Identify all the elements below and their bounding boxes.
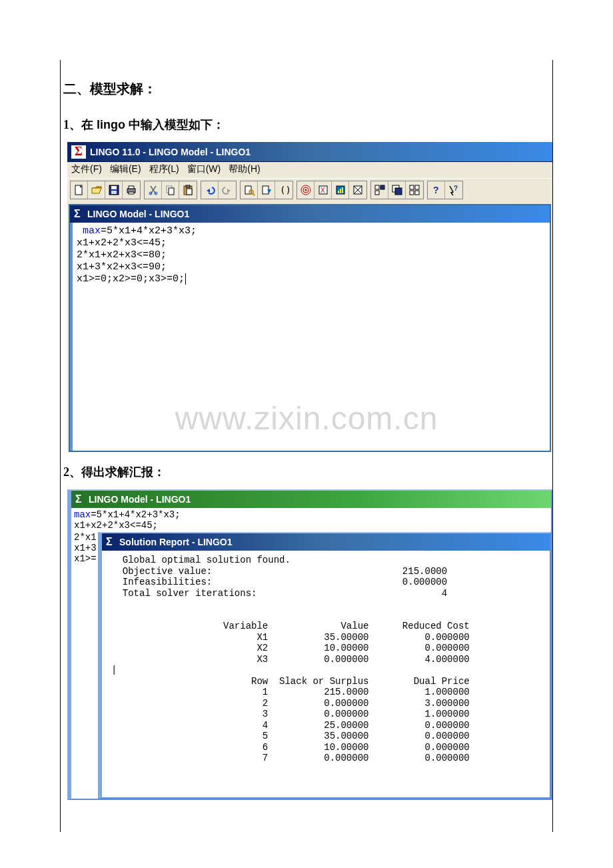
lingo-logo-icon: Σ xyxy=(106,536,119,548)
paste-button[interactable] xyxy=(179,181,197,199)
model-editor-title: LINGO Model - LINGO1 xyxy=(87,209,189,219)
picture-button[interactable] xyxy=(349,181,366,199)
svg-rect-3 xyxy=(111,186,117,189)
solution-report-window: Σ Solution Report - LINGO1 Global optima… xyxy=(98,532,551,799)
svg-rect-43 xyxy=(415,191,419,195)
solve-button[interactable] xyxy=(297,181,314,199)
open-button[interactable] xyxy=(88,181,105,199)
svg-point-25 xyxy=(305,189,306,191)
cut-button[interactable] xyxy=(145,181,162,199)
toolbar: () X ? ? xyxy=(67,178,552,203)
code-line-2: x1+x2+2*x3<=45; xyxy=(77,237,167,249)
solution-title: Solution Report - LINGO1 xyxy=(119,537,233,547)
cascade-button[interactable] xyxy=(388,181,406,199)
code-line-5: x1>=0;x2>=0;x3>=0; xyxy=(77,273,185,285)
lingo-logo-icon: Σ xyxy=(71,145,86,159)
solution-titlebar: Σ Solution Report - LINGO1 xyxy=(102,533,550,551)
help-button[interactable]: ? xyxy=(428,181,445,199)
code-line-1b: =5*x1+4*x2+3*x3; xyxy=(101,225,197,237)
editor-blank-area[interactable] xyxy=(70,292,550,451)
solution-button[interactable]: X xyxy=(314,181,332,199)
close-all-button[interactable] xyxy=(406,181,423,199)
svg-rect-35 xyxy=(375,185,379,189)
solution-report-body[interactable]: Global optimal solution found. Objective… xyxy=(102,551,550,797)
subheading-2-num: 2 xyxy=(63,465,69,479)
save-button[interactable] xyxy=(105,181,123,199)
subheading-1-text: 、在 lingo 中输入模型如下： xyxy=(69,118,225,131)
find-button[interactable] xyxy=(241,181,258,199)
menu-file[interactable]: 文件(F) xyxy=(71,163,102,175)
menu-lingo[interactable]: 程序(L) xyxy=(149,163,179,175)
svg-rect-36 xyxy=(380,185,384,189)
svg-rect-11 xyxy=(169,188,174,195)
svg-rect-30 xyxy=(340,189,341,193)
menu-help[interactable]: 帮助(H) xyxy=(229,163,260,175)
svg-rect-7 xyxy=(129,192,134,194)
model-editor-titlebar: Σ LINGO Model - LINGO1 xyxy=(70,205,550,223)
code-line-4: x1+3*x2+x3<=90; xyxy=(77,261,167,273)
new-button[interactable] xyxy=(71,181,88,199)
background-code: max=5*x1+4*x2+3*x3; x1+x2+2*x3<=45; xyxy=(71,508,551,532)
goto-button[interactable] xyxy=(258,181,275,199)
lingo-model-screenshot: Σ LINGO 11.0 - LINGO Model - LINGO1 文件(F… xyxy=(67,142,552,452)
svg-line-19 xyxy=(253,193,255,195)
section-heading: 二、模型求解： xyxy=(63,80,552,98)
svg-rect-40 xyxy=(410,185,414,189)
svg-rect-31 xyxy=(342,187,343,193)
document-frame: 二、模型求解： 1、在 lingo 中输入模型如下： Σ LINGO 11.0 … xyxy=(60,60,553,832)
menu-bar: 文件(F) 编辑(E) 程序(L) 窗口(W) 帮助(H) xyxy=(67,162,552,178)
context-help-button[interactable]: ? xyxy=(445,181,462,199)
app-titlebar: Σ LINGO 11.0 - LINGO Model - LINGO1 xyxy=(67,142,552,162)
copy-button[interactable] xyxy=(162,181,179,199)
menu-edit[interactable]: 编辑(E) xyxy=(110,163,141,175)
svg-text:(): () xyxy=(280,185,290,195)
code-line-3: 2*x1+x2+x3<=80; xyxy=(77,249,167,261)
svg-marker-16 xyxy=(227,189,231,193)
lingo-report-screenshot: Σ LINGO Model - LINGO1 max=5*x1+4*x2+3*x… xyxy=(67,489,552,800)
bg-code-2: x1+x2+2*x3<=45; xyxy=(74,520,158,531)
svg-rect-37 xyxy=(375,191,379,195)
redo-button[interactable] xyxy=(219,181,236,199)
undo-button[interactable] xyxy=(201,181,219,199)
code-editor[interactable]: max=5*x1+4*x2+3*x3; x1+x2+2*x3<=45; 2*x1… xyxy=(70,223,550,292)
lingo-logo-icon: Σ xyxy=(74,208,87,220)
options-button[interactable] xyxy=(332,181,349,199)
keyword-max: max xyxy=(74,509,91,520)
subheading-1: 1、在 lingo 中输入模型如下： xyxy=(63,117,552,133)
svg-text:?: ? xyxy=(433,185,439,195)
print-button[interactable] xyxy=(123,181,140,199)
model-editor-window: Σ LINGO Model - LINGO1 max=5*x1+4*x2+3*x… xyxy=(69,204,551,452)
svg-rect-4 xyxy=(111,191,117,194)
model-window-title: LINGO Model - LINGO1 xyxy=(89,494,191,505)
background-code-stub: 2*x1 x1+3 x1>= xyxy=(71,532,98,564)
svg-rect-6 xyxy=(129,186,134,189)
subheading-1-num: 1 xyxy=(63,118,69,131)
keyword-max: max xyxy=(83,225,101,237)
text-caret xyxy=(185,273,192,285)
tile-button[interactable] xyxy=(371,181,388,199)
match-paren-button[interactable]: () xyxy=(275,181,293,199)
svg-text:X: X xyxy=(320,187,325,194)
bg-code-1b: =5*x1+4*x2+3*x3; xyxy=(91,509,180,520)
app-title: LINGO 11.0 - LINGO Model - LINGO1 xyxy=(90,147,251,157)
subheading-2-text: 、得出求解汇报： xyxy=(69,465,165,479)
menu-window[interactable]: 窗口(W) xyxy=(187,163,221,175)
lingo-logo-icon: Σ xyxy=(75,493,89,505)
model-window-titlebar: Σ LINGO Model - LINGO1 xyxy=(71,491,551,508)
svg-rect-29 xyxy=(338,191,339,193)
subheading-2: 2、得出求解汇报： xyxy=(63,464,552,480)
svg-marker-15 xyxy=(207,189,210,193)
svg-rect-13 xyxy=(186,185,190,187)
svg-rect-42 xyxy=(410,191,414,195)
svg-rect-39 xyxy=(395,188,402,195)
svg-text:?: ? xyxy=(454,185,458,192)
svg-rect-41 xyxy=(415,185,419,189)
svg-rect-14 xyxy=(187,189,192,195)
